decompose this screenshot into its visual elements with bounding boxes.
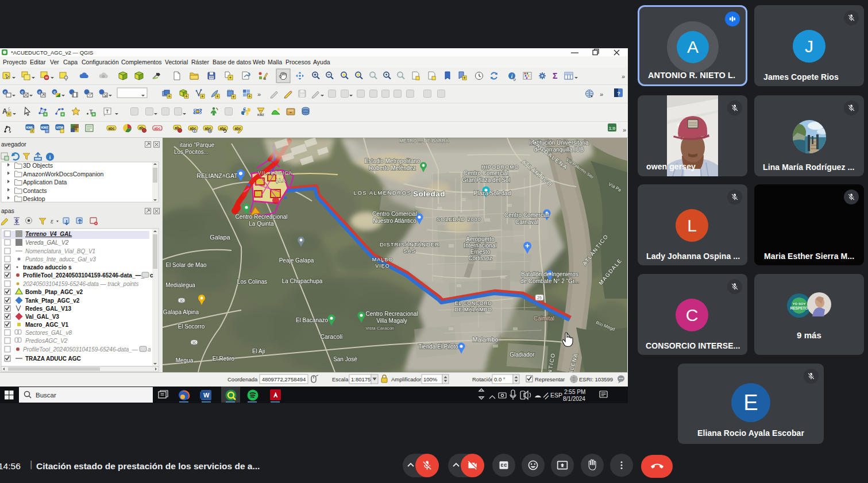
svg-text:Procesos: Procesos (286, 59, 311, 65)
svg-text:Val_GAL_V3: Val_GAL_V3 (25, 314, 59, 320)
svg-text:EL CONCORD: EL CONCORD (455, 300, 492, 306)
svg-text:apas: apas (1, 207, 14, 214)
svg-text:Ernesto: Ernesto (470, 249, 491, 255)
svg-text:avegador: avegador (1, 141, 26, 148)
svg-text:Macro_AGC_V1: Macro_AGC_V1 (25, 322, 68, 328)
svg-text:Configuración: Configuración (82, 59, 119, 65)
svg-text:Internacional: Internacional (464, 242, 496, 249)
svg-text:Cortissoz: Cortissoz (468, 255, 492, 261)
svg-text:Escala: Escala (332, 376, 349, 382)
svg-text:Proyecto: Proyecto (3, 59, 27, 65)
svg-text:Centro Comercial: Centro Comercial (372, 211, 417, 217)
svg-text:W: W (203, 392, 210, 399)
svg-text:Peaje Galapa: Peaje Galapa (279, 257, 314, 264)
svg-text:Terreno_V4_GAL: Terreno_V4_GAL (25, 231, 72, 237)
svg-text:Vista Caracolí: Vista Caracolí (365, 326, 394, 331)
svg-text:PrediosAGC_V2: PrediosAGC_V2 (25, 338, 68, 344)
svg-text:Caracolí: Caracolí (320, 333, 342, 340)
svg-text:Gladiador: Gladiador (510, 351, 535, 358)
svg-text:Vereda_GAL_V2: Vereda_GAL_V2 (25, 239, 69, 246)
svg-text:ĻLA: ĻLA (276, 177, 286, 183)
svg-text:Galapa Alpina: Galapa Alpina (163, 309, 199, 315)
svg-text:itario "Parque: itario "Parque (180, 142, 215, 148)
svg-text:El Aji: El Aji (252, 348, 265, 354)
svg-text:ProfileTool_20240503104159-652: ProfileTool_20240503104159-65246-data_—_ (23, 272, 144, 279)
svg-text:ProfileTool_20240503104159-652: ProfileTool_20240503104159-65246-data_— (23, 346, 138, 353)
svg-text:Base de datos: Base de datos (213, 59, 251, 65)
svg-text:Los Colinas: Los Colinas (237, 279, 267, 285)
svg-text:2:55 PM: 2:55 PM (564, 389, 585, 395)
svg-text:100%: 100% (423, 376, 438, 382)
svg-text:SOLEDAD 2000: SOLEDAD 2000 (437, 217, 481, 222)
svg-text:Capa: Capa (63, 59, 78, 65)
svg-text:c: c (150, 272, 153, 279)
svg-text:8/1/2024: 8/1/2024 (563, 396, 585, 402)
svg-text:Nuestro Atlántico: Nuestro Atlántico (373, 218, 416, 224)
svg-text:Villa Magaly: Villa Magaly (376, 318, 407, 324)
svg-text:Malla: Malla (268, 59, 282, 65)
svg-text:La Quinta: La Quinta (249, 221, 274, 227)
svg-text:Malambo: Malambo (472, 336, 498, 343)
svg-text:YO SOY: YO SOY (792, 302, 805, 306)
svg-text:Web: Web (253, 59, 265, 65)
svg-text:Medialegua: Medialegua (165, 282, 195, 288)
svg-text:Estadio Metropolitano: Estadio Metropolitano (365, 158, 421, 164)
svg-text:Los Pocitos...: Los Pocitos... (174, 149, 209, 155)
svg-text:Gran Plaza del Sol: Gran Plaza del Sol (462, 177, 510, 183)
svg-text:TRAZA ADUUC AGC: TRAZA ADUUC AGC (25, 356, 81, 362)
svg-text:Puntos_Inte_aducc_Gal_v3: Puntos_Inte_aducc_Gal_v3 (25, 256, 96, 262)
svg-text:Vectorial: Vectorial (165, 59, 188, 65)
svg-text:Amplificador: Amplificador (391, 376, 421, 382)
svg-text:i: i (49, 154, 51, 160)
svg-text:MAL̰̄BO: MAL̰̄BO (372, 257, 394, 262)
svg-text:ESRI: 103599: ESRI: 103599 (579, 376, 613, 382)
svg-text:trazado aduccio s: trazado aduccio s (23, 264, 72, 271)
svg-text:ε: ε (51, 218, 53, 225)
svg-text:El Socorro: El Socorro (178, 323, 205, 330)
svg-text:AmazonWorkDocsCompanion: AmazonWorkDocsCompanion (23, 171, 104, 177)
svg-text:Rotación: Rotación (472, 376, 494, 382)
svg-text:HIPODROMO: HIPODROMO (481, 164, 519, 170)
svg-text:La Chupachupa: La Chupachupa (282, 278, 323, 284)
svg-text:LOS ALMENDROS: LOS ALMENDROS (354, 190, 412, 196)
svg-text:Megua: Megua (176, 357, 194, 364)
svg-text:»: » (600, 91, 603, 98)
svg-text:VIL..ĻÓGICA: VIL..ĻÓGICA (258, 170, 293, 176)
svg-text:Desktop: Desktop (23, 195, 45, 202)
svg-text:Complementos: Complementos (121, 59, 162, 65)
svg-text:Nomenclatura_Vial_BQ_V1: Nomenclatura_Vial_BQ_V1 (25, 248, 95, 254)
svg-text:El Solar de Mao: El Solar de Mao (165, 262, 207, 268)
svg-text:Tank_Ptap_AGC_v2: Tank_Ptap_AGC_v2 (25, 297, 80, 304)
svg-text:El Bacanazo: El Bacanazo (296, 317, 329, 323)
svg-text:SAS: SAS (403, 248, 416, 254)
svg-text:Tienda El Piloto: Tienda El Piloto (418, 343, 458, 350)
svg-text:90: 90 (179, 299, 184, 303)
svg-text:Carnaval: Carnaval (515, 219, 538, 225)
svg-text:*ACUEDUCTO_AGC_v2 — QGIS: *ACUEDUCTO_AGC_v2 — QGIS (11, 49, 93, 56)
svg-text:90: 90 (192, 341, 196, 345)
svg-text:Centro Recreacional: Centro Recreacional (365, 311, 418, 317)
svg-text:Coordenada: Coordenada (227, 376, 258, 382)
svg-text:0.0 °: 0.0 ° (494, 376, 506, 382)
svg-text:3D Objects: 3D Objects (23, 162, 53, 169)
svg-text:»: » (257, 91, 261, 98)
svg-text:Plaza Soledad: Plaza Soledad (474, 190, 511, 196)
svg-text:Batallón de Ingenieros: Batallón de Ingenieros (521, 271, 578, 277)
svg-text:Buscar: Buscar (36, 392, 56, 399)
svg-text:RELIANZ˄GAT: RELIANZ˄GAT (196, 172, 238, 179)
svg-text:Bomb_Ptap_AGC_v2: Bomb_Ptap_AGC_v2 (25, 289, 83, 295)
svg-text:Ráster: Ráster (191, 59, 209, 65)
svg-text:Soledad: Soledad (413, 190, 445, 198)
svg-text:Caimital: Caimital (534, 315, 554, 322)
svg-text:Contacts: Contacts (23, 187, 47, 194)
svg-text:25: 25 (537, 296, 542, 300)
svg-text:de Combate N° 2 "Gr...: de Combate N° 2 "Gr... (520, 278, 579, 284)
svg-text:San José: San José (333, 356, 357, 362)
svg-text:Editar: Editar (30, 59, 46, 65)
svg-text:Centro Comercial: Centro Comercial (464, 170, 508, 176)
svg-text:4809772,2758494: 4809772,2758494 (262, 376, 306, 382)
svg-text:RESPETO: RESPETO (790, 306, 808, 310)
svg-text:Centro Recreacional: Centro Recreacional (235, 214, 287, 220)
svg-text:Centro Comercial: Centro Comercial (504, 212, 549, 218)
svg-text:Roberto Meléndez: Roberto Meléndez (369, 165, 416, 171)
